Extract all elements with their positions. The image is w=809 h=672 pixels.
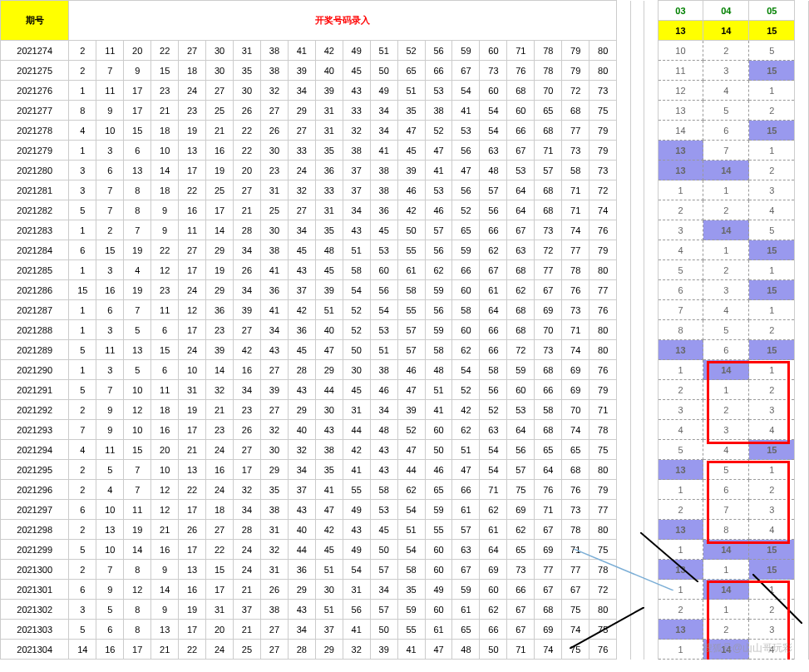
num-cell: 32 <box>288 440 315 460</box>
num-cell: 51 <box>452 440 480 460</box>
num-cell: 26 <box>233 260 260 280</box>
num-cell: 19 <box>179 121 206 141</box>
num-cell: 2 <box>69 480 96 500</box>
num-cell: 37 <box>233 600 260 620</box>
gap-cell <box>644 620 658 640</box>
stat-cell: 1 <box>658 360 703 380</box>
stat-cell: 1 <box>749 360 795 380</box>
gap-cell <box>630 340 644 360</box>
num-cell: 30 <box>260 141 288 161</box>
num-cell: 60 <box>507 101 535 121</box>
num-cell: 17 <box>124 101 151 121</box>
num-cell: 34 <box>260 320 288 340</box>
stat-head-3: 05 <box>749 1 795 21</box>
num-cell: 4 <box>69 440 96 460</box>
stat-cell: 5 <box>749 41 795 61</box>
num-cell: 10 <box>179 360 206 380</box>
num-cell: 56 <box>480 380 507 400</box>
num-cell: 5 <box>69 620 96 640</box>
num-cell: 50 <box>370 540 397 560</box>
gap-cell <box>630 101 644 121</box>
num-cell: 78 <box>589 560 617 580</box>
gap-cell <box>630 220 644 240</box>
num-cell: 10 <box>151 141 179 161</box>
num-cell: 49 <box>370 81 397 101</box>
num-cell: 78 <box>535 61 562 81</box>
num-cell: 9 <box>96 400 124 420</box>
gap-cell <box>630 121 644 141</box>
stat-head-1: 03 <box>658 1 703 21</box>
num-cell: 57 <box>425 220 452 240</box>
num-cell: 57 <box>535 161 562 180</box>
num-cell: 48 <box>480 161 507 180</box>
stat-cell: 4 <box>749 200 795 220</box>
num-cell: 3 <box>96 320 124 340</box>
period-cell: 2021298 <box>1 520 69 540</box>
num-cell: 5 <box>96 600 124 620</box>
num-cell: 7 <box>124 480 151 500</box>
num-cell: 7 <box>69 420 96 440</box>
num-cell: 62 <box>452 420 480 440</box>
num-cell: 39 <box>397 400 425 420</box>
gap-cell <box>644 161 658 180</box>
period-cell: 2021280 <box>1 161 69 180</box>
num-cell: 50 <box>480 640 507 660</box>
stat-cell: 2 <box>658 200 703 220</box>
gap-cell <box>630 560 644 580</box>
gap-cell <box>617 640 630 660</box>
gap-cell <box>617 440 630 460</box>
num-cell: 19 <box>124 240 151 260</box>
num-cell: 55 <box>425 520 452 540</box>
period-cell: 2021296 <box>1 480 69 500</box>
num-cell: 22 <box>179 640 206 660</box>
num-cell: 39 <box>370 640 397 660</box>
stat-cell: 12 <box>658 81 703 101</box>
num-cell: 53 <box>370 240 397 260</box>
num-cell: 12 <box>124 580 151 600</box>
gap-cell <box>617 41 630 61</box>
gap-cell <box>630 180 644 200</box>
num-cell: 45 <box>343 61 370 81</box>
num-cell: 17 <box>179 420 206 440</box>
num-cell: 43 <box>288 380 315 400</box>
num-cell: 71 <box>562 540 589 560</box>
table-row: 2021300278913152431365154575860676973777… <box>1 560 809 580</box>
num-cell: 78 <box>589 420 617 440</box>
gap-cell <box>617 220 630 240</box>
num-cell: 51 <box>315 600 343 620</box>
num-cell: 7 <box>124 300 151 320</box>
table-row: 2021301691214161721262930313435495960666… <box>1 580 809 600</box>
num-cell: 8 <box>124 200 151 220</box>
period-cell: 2021299 <box>1 540 69 560</box>
num-cell: 46 <box>425 200 452 220</box>
num-cell: 12 <box>151 260 179 280</box>
gap-cell <box>644 220 658 240</box>
num-cell: 75 <box>562 600 589 620</box>
num-cell: 11 <box>124 500 151 520</box>
num-cell: 41 <box>343 620 370 640</box>
num-cell: 65 <box>535 101 562 121</box>
num-cell: 41 <box>397 640 425 660</box>
num-cell: 41 <box>452 101 480 121</box>
num-cell: 12 <box>151 480 179 500</box>
num-cell: 52 <box>452 380 480 400</box>
table-row: 2021286151619232429343637395456585960616… <box>1 280 809 300</box>
num-cell: 29 <box>315 640 343 660</box>
stat-cell: 1 <box>658 640 703 660</box>
num-cell: 76 <box>562 280 589 300</box>
num-cell: 54 <box>452 360 480 380</box>
gap-cell <box>617 340 630 360</box>
table-row: 2021292291218192123272930313439414252535… <box>1 400 809 420</box>
num-cell: 31 <box>233 41 260 61</box>
num-cell: 59 <box>452 580 480 600</box>
gap-cell <box>644 480 658 500</box>
num-cell: 41 <box>425 161 452 180</box>
stat-cell: 4 <box>749 420 795 440</box>
num-cell: 65 <box>397 61 425 81</box>
num-cell: 1 <box>69 360 96 380</box>
period-cell: 2021292 <box>1 400 69 420</box>
period-cell: 2021293 <box>1 420 69 440</box>
period-cell: 2021279 <box>1 141 69 161</box>
num-cell: 1 <box>69 300 96 320</box>
num-cell: 71 <box>480 480 507 500</box>
